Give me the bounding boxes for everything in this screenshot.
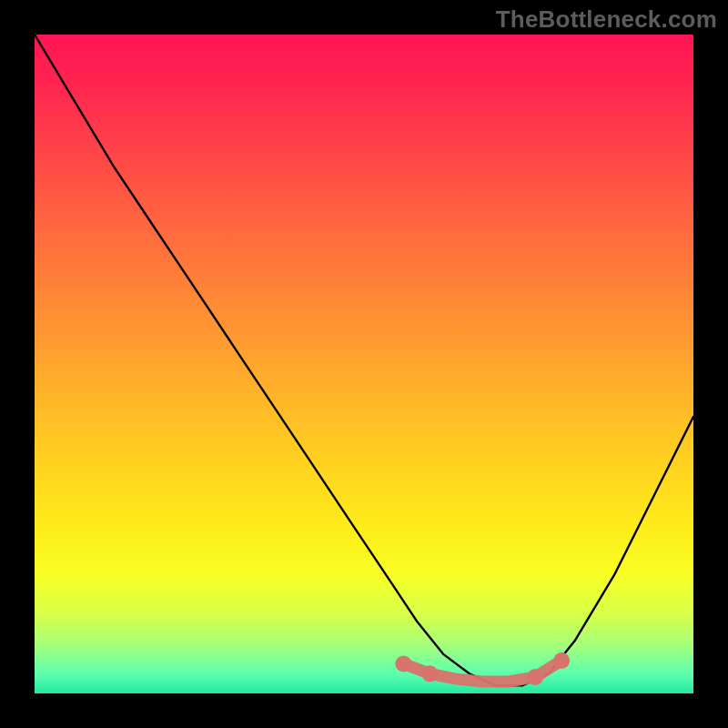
plot-area: [35, 35, 693, 693]
curve-layer: [35, 35, 693, 693]
chart-canvas: TheBottleneck.com: [0, 0, 728, 728]
bottleneck-curve: [35, 35, 693, 685]
watermark-text: TheBottleneck.com: [496, 5, 717, 34]
optimal-band-dot: [395, 655, 411, 672]
optimal-band-dot: [421, 665, 438, 682]
optimal-band-dot: [527, 669, 543, 685]
optimal-band-dot: [553, 652, 570, 669]
